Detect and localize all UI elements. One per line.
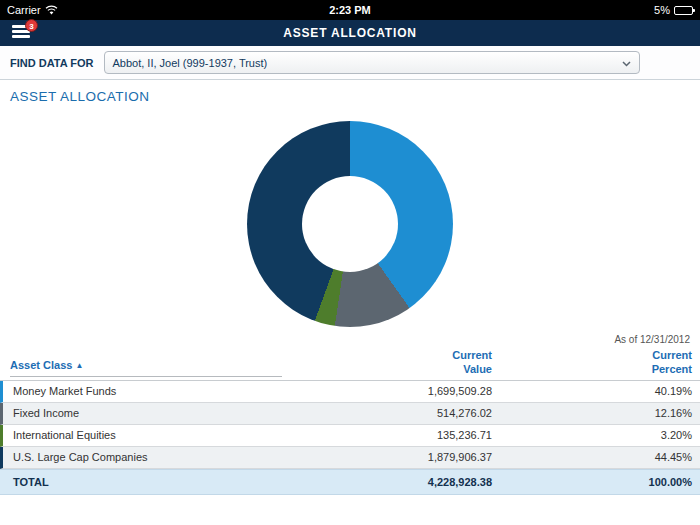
table-header-row: Asset Class▲ Current Value Current Perce… [0, 349, 700, 381]
table-row[interactable]: Money Market Funds 1,699,509.28 40.19% [0, 381, 700, 403]
table-row[interactable]: U.S. Large Cap Companies 1,879,906.37 44… [0, 447, 700, 469]
current-percent-cell: 12.16% [492, 407, 692, 419]
menu-button[interactable]: 3 [12, 25, 30, 40]
chevron-down-icon [622, 57, 631, 69]
section-title: ASSET ALLOCATION [10, 89, 700, 104]
total-value: 4,228,928.38 [342, 476, 492, 488]
battery-icon [674, 6, 693, 15]
current-value-header[interactable]: Current Value [342, 349, 492, 377]
asset-class-cell: Money Market Funds [11, 385, 342, 397]
page-title: ASSET ALLOCATION [283, 26, 416, 40]
table-row[interactable]: Fixed Income 514,276.02 12.16% [0, 403, 700, 425]
account-select-value: Abbot, II, Joel (999-1937, Trust) [113, 57, 268, 69]
current-value-cell: 135,236.71 [342, 429, 492, 441]
nav-bar: 3 ASSET ALLOCATION [0, 20, 700, 46]
total-label: TOTAL [11, 476, 342, 488]
notification-badge: 3 [25, 19, 38, 32]
current-percent-cell: 44.45% [492, 451, 692, 463]
battery-percent: 5% [654, 4, 670, 16]
find-data-label: FIND DATA FOR [10, 57, 94, 69]
app-window: Carrier 2:23 PM 5% 3 ASSET ALLOCATION FI… [0, 0, 700, 525]
clock: 2:23 PM [0, 4, 700, 16]
table-body: Money Market Funds 1,699,509.28 40.19% F… [0, 381, 700, 469]
donut-hole [302, 176, 398, 272]
asset-class-header[interactable]: Asset Class▲ [10, 359, 342, 377]
asset-class-cell: International Equities [11, 429, 342, 441]
current-value-cell: 1,879,906.37 [342, 451, 492, 463]
account-select[interactable]: Abbot, II, Joel (999-1937, Trust) [104, 51, 640, 74]
current-value-cell: 1,699,509.28 [342, 385, 492, 397]
asset-class-cell: U.S. Large Cap Companies [11, 451, 342, 463]
table-row[interactable]: International Equities 135,236.71 3.20% [0, 425, 700, 447]
current-value-cell: 514,276.02 [342, 407, 492, 419]
as-of-date: As of 12/31/2012 [0, 334, 690, 345]
asset-class-cell: Fixed Income [11, 407, 342, 419]
status-bar: Carrier 2:23 PM 5% [0, 0, 700, 20]
find-data-bar: FIND DATA FOR Abbot, II, Joel (999-1937,… [0, 46, 700, 80]
total-row: TOTAL 4,228,928.38 100.00% [0, 469, 700, 495]
current-percent-header[interactable]: Current Percent [492, 349, 692, 377]
current-percent-cell: 3.20% [492, 429, 692, 441]
current-percent-cell: 40.19% [492, 385, 692, 397]
sort-asc-icon: ▲ [75, 361, 83, 370]
total-percent: 100.00% [492, 476, 692, 488]
donut-chart[interactable] [247, 121, 453, 327]
asset-table: Asset Class▲ Current Value Current Perce… [0, 349, 700, 495]
